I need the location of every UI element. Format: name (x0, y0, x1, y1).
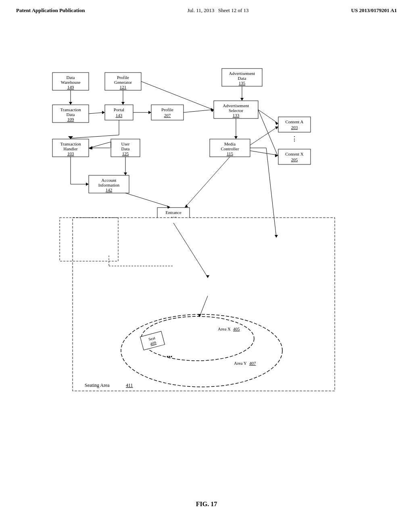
svg-marker-87 (240, 98, 244, 101)
svg-text:Transaction: Transaction (60, 107, 81, 112)
page-header: Patent Application Publication Jul. 11, … (0, 0, 413, 14)
svg-text:Handler: Handler (63, 146, 78, 151)
advertisement-selector-box: Advertisement Selector 133 (214, 101, 258, 118)
svg-text:Warehouse: Warehouse (61, 80, 81, 85)
svg-marker-105 (86, 183, 89, 186)
svg-marker-102 (68, 136, 73, 139)
svg-text:Data: Data (67, 112, 75, 117)
svg-text:205: 205 (291, 157, 298, 162)
svg-marker-121 (275, 127, 278, 129)
svg-line-122 (250, 151, 277, 155)
header-date-sheet: Jul. 11, 2013 Sheet 12 of 13 (188, 7, 249, 14)
figure-label: FIG. 17 (196, 501, 217, 508)
svg-marker-89 (148, 111, 151, 114)
svg-marker-81 (102, 111, 105, 114)
diagram-area: Data Warehouse 149 Transaction Data 109 … (48, 64, 363, 451)
svg-text:Profile: Profile (161, 107, 173, 112)
svg-marker-79 (69, 102, 72, 105)
data-warehouse-box: Data Warehouse 149 (52, 73, 89, 90)
svg-text:Data: Data (121, 146, 130, 151)
svg-text:Controller: Controller (221, 146, 239, 151)
profile-generator-box: Profile Generator 121 (105, 73, 141, 90)
svg-line-108 (125, 193, 169, 207)
profile-box: Profile 207 (151, 105, 184, 120)
portal-box: Portal 143 (105, 105, 133, 120)
svg-line-120 (250, 127, 277, 145)
svg-text:103: 103 (67, 151, 74, 156)
header-publication-label: Patent Application Publication (16, 7, 85, 14)
header-patent-number: US 2013/0179201 A1 (351, 7, 397, 14)
transaction-data-box: Transaction Data 109 (52, 105, 89, 123)
svg-text:Profile: Profile (117, 75, 129, 80)
transaction-handler-box: Transaction Handler 103 (52, 139, 89, 157)
svg-text:Content X: Content X (285, 152, 304, 156)
svg-text:Media: Media (224, 141, 236, 146)
svg-text:•••: ••• (167, 354, 173, 360)
svg-text:Seating Area: Seating Area (85, 382, 110, 388)
svg-text:Entrance: Entrance (165, 210, 181, 215)
svg-text:Area X: Area X (218, 326, 231, 331)
svg-text:Portal: Portal (114, 107, 124, 112)
svg-text:Information: Information (98, 183, 120, 187)
svg-text:149: 149 (67, 85, 74, 89)
svg-text:⋮: ⋮ (291, 135, 298, 142)
svg-text:143: 143 (116, 113, 123, 118)
svg-text:User: User (121, 141, 130, 146)
svg-marker-123 (275, 154, 278, 157)
svg-text:125: 125 (122, 151, 129, 156)
svg-text:407: 407 (249, 361, 256, 366)
advertisement-data-box: Advertisement Data 135 (222, 69, 262, 86)
svg-text:Data: Data (238, 76, 246, 81)
svg-text:203: 203 (291, 125, 298, 130)
svg-text:411: 411 (126, 382, 133, 388)
header-date: Jul. 11, 2013 (188, 7, 215, 13)
svg-line-90 (184, 110, 213, 112)
svg-text:121: 121 (120, 85, 127, 89)
svg-text:Advertisement: Advertisement (223, 103, 249, 108)
svg-text:135: 135 (239, 81, 246, 85)
svg-marker-83 (121, 102, 125, 105)
svg-text:Data: Data (67, 75, 75, 80)
svg-line-111 (186, 157, 230, 207)
svg-text:142: 142 (106, 187, 113, 192)
header-sheet: Sheet 12 of 13 (218, 7, 248, 13)
media-controller-box: Media Controller 115 (210, 139, 250, 157)
svg-text:Account: Account (101, 178, 116, 183)
svg-line-126 (90, 142, 111, 148)
svg-text:Content A: Content A (286, 119, 304, 124)
svg-text:115: 115 (227, 151, 234, 156)
content-x-box: Content X 205 (278, 149, 311, 164)
account-information-box: Account Information 142 (89, 175, 129, 193)
svg-text:109: 109 (67, 117, 74, 122)
diagram-svg: Data Warehouse 149 Transaction Data 109 … (48, 64, 363, 451)
svg-text:Advertisement: Advertisement (229, 71, 255, 76)
svg-text:Area Y: Area Y (234, 361, 247, 366)
svg-text:Transaction: Transaction (60, 141, 81, 146)
content-a-box: Content A 203 (278, 117, 311, 132)
svg-line-101 (71, 135, 119, 138)
user-data-box: User Data 125 (111, 139, 140, 157)
svg-marker-107 (124, 172, 127, 175)
svg-text:207: 207 (164, 113, 171, 118)
svg-text:133: 133 (233, 113, 240, 118)
svg-marker-93 (234, 136, 238, 139)
svg-line-80 (89, 112, 104, 114)
svg-text:405: 405 (233, 326, 240, 331)
svg-text:Selector: Selector (229, 108, 243, 113)
svg-rect-65 (73, 218, 335, 391)
svg-text:Generator: Generator (114, 80, 132, 85)
